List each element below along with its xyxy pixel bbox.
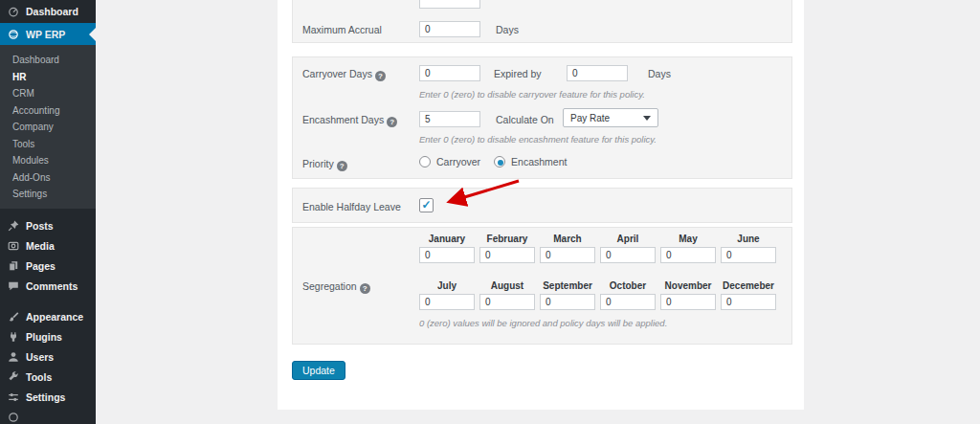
expired-by-label: Expired by: [494, 68, 542, 79]
submenu-item-crm[interactable]: CRM: [0, 84, 96, 101]
section-maximum-accrual: Maximum Accrual Days: [292, 0, 792, 43]
month-header: Decemeber: [721, 280, 776, 291]
wrench-icon: [8, 371, 19, 383]
current-menu-arrow: [89, 28, 96, 41]
submenu-item-hr[interactable]: HR: [0, 68, 96, 85]
sidebar-item-label: Settings: [26, 391, 65, 403]
clipped-top-input[interactable]: [419, 0, 480, 9]
wp-erp-icon: [8, 29, 19, 40]
submenu-item-company[interactable]: Company: [0, 118, 96, 135]
sidebar-item-label: Comments: [26, 280, 78, 292]
sidebar-item-label: Posts: [26, 220, 54, 232]
month-header: April: [600, 234, 656, 244]
halfday-leave-label: Enable Halfday Leave: [302, 201, 401, 212]
calculate-on-select[interactable]: Pay Rate: [563, 108, 658, 127]
help-icon[interactable]: ?: [375, 71, 386, 81]
menu-spacer: [0, 209, 96, 216]
sidebar-item-label: Appearance: [26, 311, 83, 323]
submenu-item-modules[interactable]: Modules: [0, 151, 96, 168]
carryover-help-text: Enter 0 (zero) to disable carryover feat…: [419, 89, 645, 100]
sidebar-item-appearance[interactable]: Appearance: [0, 307, 96, 327]
sidebar-item-partial[interactable]: [0, 408, 96, 424]
update-button[interactable]: Update: [292, 361, 345, 380]
encashment-help-text: Enter 0 (zero) to disable encashment fea…: [419, 134, 657, 145]
sidebar-item-pages[interactable]: Pages: [0, 257, 96, 277]
calculate-on-label: Calculate On: [496, 114, 554, 125]
month-input-may[interactable]: [660, 247, 716, 263]
wp-erp-submenu: Dashboard HR CRM Accounting Company Tool…: [0, 45, 96, 209]
section-segregation: Segregation? January February March Apri…: [292, 227, 792, 345]
month-input-november[interactable]: [660, 294, 716, 310]
month-input-april[interactable]: [600, 247, 656, 263]
halfday-leave-checkbox[interactable]: ✓: [419, 198, 434, 212]
sidebar-item-wp-erp[interactable]: WP ERP: [0, 23, 96, 45]
sidebar-item-media[interactable]: Media: [0, 236, 96, 257]
month-header: November: [660, 280, 716, 291]
sidebar-item-settings[interactable]: Settings: [0, 388, 96, 408]
section-carryover-encashment: Carryover Days? Expired by Days Enter 0 …: [292, 56, 792, 179]
month-input-july[interactable]: [419, 294, 475, 310]
month-input-august[interactable]: [479, 294, 535, 310]
chevron-down-icon: [643, 116, 651, 121]
help-icon[interactable]: ?: [360, 283, 370, 294]
priority-label: Priority?: [302, 158, 347, 171]
priority-radio-group: Carryover Encashment: [419, 156, 574, 167]
segregation-help-text: 0 (zero) values will be ignored and poli…: [419, 318, 667, 328]
sidebar-item-label: Tools: [26, 371, 52, 383]
month-input-december[interactable]: [721, 294, 776, 310]
sidebar-item-comments[interactable]: Comments: [0, 277, 96, 297]
comment-icon: [8, 280, 19, 292]
month-input-march[interactable]: [540, 247, 595, 263]
user-icon: [8, 351, 19, 363]
admin-sidebar: Dashboard WP ERP Dashboard HR CRM Accoun…: [0, 0, 96, 424]
sidebar-item-plugins[interactable]: Plugins: [0, 327, 96, 347]
dashboard-icon: [8, 6, 19, 17]
month-header: August: [479, 280, 535, 291]
month-input-october[interactable]: [600, 294, 656, 310]
sidebar-item-label: Media: [26, 240, 55, 252]
segregation-label: Segregation?: [302, 280, 370, 294]
month-input-february[interactable]: [479, 247, 535, 263]
month-input-september[interactable]: [540, 294, 595, 310]
encashment-days-input[interactable]: [419, 111, 480, 127]
submenu-item-tools[interactable]: Tools: [0, 135, 96, 152]
month-header: October: [600, 280, 656, 291]
submenu-item-accounting[interactable]: Accounting: [0, 101, 96, 119]
month-header: March: [540, 234, 595, 244]
help-icon[interactable]: ?: [337, 161, 347, 171]
month-header: September: [540, 280, 595, 291]
pushpin-icon: [8, 220, 19, 232]
expired-by-input[interactable]: [567, 65, 628, 81]
menu-separator: [0, 297, 96, 307]
sidebar-item-users[interactable]: Users: [0, 347, 96, 368]
sidebar-item-label: Plugins: [26, 331, 62, 343]
month-input-june[interactable]: [721, 247, 776, 263]
annotation-arrow: [440, 176, 528, 209]
submenu-item-add-ons[interactable]: Add-Ons: [0, 168, 96, 186]
sidebar-item-label: Users: [26, 351, 54, 363]
radio-encashment[interactable]: [494, 156, 505, 167]
sidebar-item-dashboard[interactable]: Dashboard: [0, 0, 96, 23]
help-icon[interactable]: ?: [387, 117, 397, 127]
submenu-item-settings[interactable]: Settings: [0, 185, 96, 202]
maximum-accrual-input[interactable]: [419, 21, 480, 37]
sidebar-item-tools[interactable]: Tools: [0, 368, 96, 388]
circle-icon: [8, 412, 19, 423]
maximum-accrual-unit: Days: [496, 24, 519, 35]
month-header: May: [660, 234, 716, 244]
select-value: Pay Rate: [570, 113, 610, 123]
radio-carryover-label: Carryover: [436, 156, 480, 167]
media-icon: [8, 240, 19, 252]
month-input-january[interactable]: [419, 247, 475, 263]
carryover-unit: Days: [648, 68, 671, 79]
plug-icon: [8, 331, 19, 343]
month-header: February: [479, 234, 535, 244]
carryover-days-label: Carryover Days?: [302, 68, 386, 81]
submenu-item-dashboard[interactable]: Dashboard: [0, 51, 96, 68]
maximum-accrual-label: Maximum Accrual: [302, 24, 382, 35]
sidebar-item-posts[interactable]: Posts: [0, 216, 96, 236]
month-header: January: [419, 234, 475, 244]
radio-carryover[interactable]: [419, 156, 431, 167]
carryover-days-input[interactable]: [419, 65, 480, 81]
section-halfday-leave: Enable Halfday Leave ✓: [292, 188, 792, 223]
